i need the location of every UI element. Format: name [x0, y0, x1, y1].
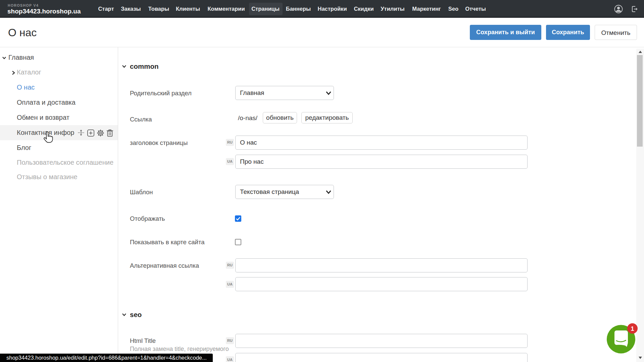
svg-text:1: 1	[631, 325, 634, 332]
